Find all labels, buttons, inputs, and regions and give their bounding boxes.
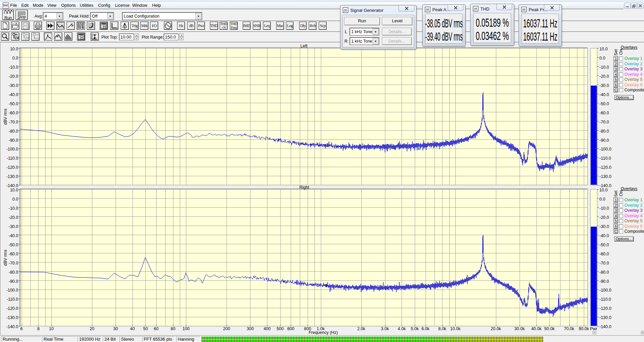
- svg-text:-50.0: -50.0: [9, 101, 19, 106]
- svg-text:-70.0: -70.0: [9, 261, 19, 266]
- svg-text:Frequency (Hz): Frequency (Hz): [309, 330, 338, 335]
- svg-text:-70.0: -70.0: [599, 120, 609, 124]
- svg-text:dBV rms: dBV rms: [3, 109, 8, 125]
- svg-text:-60.0: -60.0: [9, 252, 19, 256]
- svg-text:10: 10: [49, 326, 54, 331]
- svg-text:-120.0: -120.0: [599, 165, 611, 170]
- svg-text:-40.0: -40.0: [9, 92, 19, 97]
- svg-text:-80.0: -80.0: [9, 270, 19, 275]
- svg-text:30.0k: 30.0k: [515, 326, 525, 331]
- svg-text:10.0: 10.0: [599, 188, 607, 192]
- svg-text:60: 60: [154, 326, 159, 331]
- svg-text:Pwr: Pwr: [590, 326, 597, 331]
- svg-text:-140.0: -140.0: [599, 324, 611, 329]
- svg-text:-110.0: -110.0: [6, 156, 18, 161]
- svg-text:-100.0: -100.0: [6, 147, 18, 152]
- svg-text:200: 200: [223, 326, 230, 331]
- svg-text:-90.0: -90.0: [599, 138, 609, 143]
- svg-text:-20.0: -20.0: [9, 215, 19, 220]
- svg-text:-60.0: -60.0: [599, 252, 609, 256]
- svg-text:500: 500: [277, 326, 284, 331]
- svg-text:8: 8: [37, 326, 40, 331]
- svg-text:-10.0: -10.0: [599, 206, 609, 211]
- svg-text:2X: 2X: [25, 36, 29, 40]
- svg-text:20.0k: 20.0k: [491, 326, 501, 331]
- svg-text:-120.0: -120.0: [599, 306, 611, 311]
- svg-text:-130.0: -130.0: [599, 315, 611, 320]
- svg-text:4.0k: 4.0k: [398, 326, 406, 331]
- svg-text:-30.0: -30.0: [599, 224, 609, 229]
- svg-text:-10.0: -10.0: [9, 206, 19, 211]
- svg-text:30: 30: [113, 326, 118, 331]
- svg-text:20: 20: [90, 326, 94, 331]
- svg-text:-10.0: -10.0: [599, 65, 609, 70]
- svg-text:0.0: 0.0: [13, 56, 18, 61]
- svg-text:-20.0: -20.0: [599, 215, 609, 220]
- svg-text:-130.0: -130.0: [599, 174, 611, 179]
- svg-text:-40.0: -40.0: [9, 233, 19, 238]
- svg-text:300: 300: [247, 326, 254, 331]
- svg-text:-80.0: -80.0: [599, 270, 609, 275]
- svg-text:5.0k: 5.0k: [411, 326, 419, 331]
- svg-text:-20.0: -20.0: [599, 74, 609, 79]
- svg-text:2X: 2X: [15, 36, 19, 40]
- svg-text:-60.0: -60.0: [599, 111, 609, 115]
- svg-text:90.0k: 90.0k: [579, 326, 589, 331]
- svg-text:10.0: 10.0: [10, 47, 18, 51]
- svg-text:-120.0: -120.0: [6, 165, 18, 170]
- svg-text:-10.0: -10.0: [9, 65, 19, 70]
- svg-text:0.0: 0.0: [13, 197, 18, 202]
- svg-text:-90.0: -90.0: [599, 279, 609, 284]
- svg-text:600: 600: [287, 326, 294, 331]
- svg-text:-130.0: -130.0: [6, 315, 18, 320]
- svg-text:-120.0: -120.0: [6, 306, 18, 311]
- svg-text:-100.0: -100.0: [599, 288, 611, 293]
- svg-text:-80.0: -80.0: [9, 129, 19, 134]
- svg-text:-20.0: -20.0: [9, 74, 19, 79]
- svg-text:40.0k: 40.0k: [531, 326, 542, 331]
- svg-text:-40.0: -40.0: [599, 92, 609, 97]
- svg-text:-110.0: -110.0: [6, 297, 18, 302]
- svg-text:6: 6: [20, 326, 23, 331]
- svg-text:FULL: FULL: [34, 37, 39, 40]
- svg-text:10.0: 10.0: [599, 47, 607, 51]
- svg-text:-110.0: -110.0: [599, 297, 611, 302]
- svg-text:-140.0: -140.0: [6, 324, 18, 329]
- svg-text:-100.0: -100.0: [6, 288, 18, 293]
- svg-text:-80.0: -80.0: [599, 129, 609, 134]
- svg-text:2.0k: 2.0k: [357, 326, 365, 331]
- svg-text:8.0k: 8.0k: [438, 326, 446, 331]
- svg-text:-100.0: -100.0: [599, 147, 611, 152]
- svg-text:-90.0: -90.0: [9, 279, 19, 284]
- svg-text:dBV rms: dBV rms: [3, 250, 8, 266]
- svg-text:-70.0: -70.0: [599, 261, 609, 266]
- svg-text:10.0: 10.0: [10, 188, 18, 192]
- svg-text:-50.0: -50.0: [599, 101, 609, 106]
- svg-text:3.0k: 3.0k: [381, 326, 389, 331]
- svg-text:40: 40: [130, 326, 135, 331]
- svg-text:70.0k: 70.0k: [564, 326, 574, 331]
- svg-text:-60.0: -60.0: [9, 111, 19, 115]
- svg-text:-30.0: -30.0: [599, 83, 609, 88]
- svg-text:Left: Left: [301, 44, 308, 48]
- svg-text:50: 50: [143, 326, 148, 331]
- svg-text:-70.0: -70.0: [9, 120, 19, 124]
- svg-text:-90.0: -90.0: [9, 138, 19, 143]
- svg-text:IN: IN: [15, 33, 18, 36]
- svg-text:-30.0: -30.0: [9, 224, 19, 229]
- svg-text:0.0: 0.0: [599, 56, 605, 61]
- svg-text:50.0k: 50.0k: [544, 326, 555, 331]
- svg-text:OUT: OUT: [25, 33, 29, 36]
- svg-text:-40.0: -40.0: [599, 233, 609, 238]
- svg-text:-50.0: -50.0: [599, 243, 609, 247]
- svg-text:0.0: 0.0: [599, 197, 605, 202]
- svg-text:100: 100: [183, 326, 190, 331]
- svg-text:-130.0: -130.0: [6, 174, 18, 179]
- svg-text:10.0k: 10.0k: [450, 326, 461, 331]
- svg-text:400: 400: [264, 326, 271, 331]
- svg-text:6.0k: 6.0k: [422, 326, 430, 331]
- svg-text:80: 80: [171, 326, 175, 331]
- svg-text:-30.0: -30.0: [9, 83, 19, 88]
- svg-text:-110.0: -110.0: [599, 156, 611, 161]
- svg-text:OUT: OUT: [35, 33, 39, 36]
